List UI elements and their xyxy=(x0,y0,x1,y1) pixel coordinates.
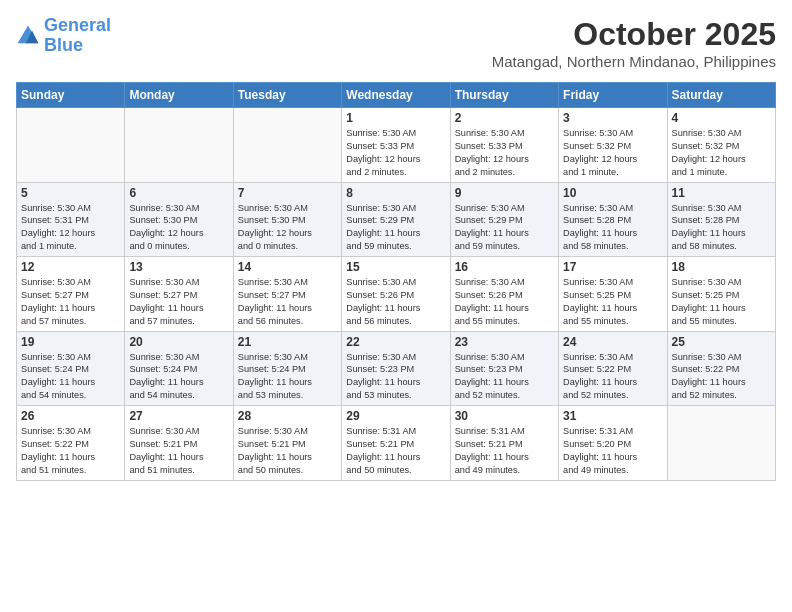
title-block: October 2025 Matangad, Northern Mindanao… xyxy=(492,16,776,70)
day-number: 16 xyxy=(455,260,554,274)
logo-text: General Blue xyxy=(44,16,111,56)
day-number: 6 xyxy=(129,186,228,200)
month-title: October 2025 xyxy=(492,16,776,53)
calendar-cell: 24Sunrise: 5:30 AM Sunset: 5:22 PM Dayli… xyxy=(559,331,667,406)
calendar-cell: 4Sunrise: 5:30 AM Sunset: 5:32 PM Daylig… xyxy=(667,108,775,183)
calendar-cell: 5Sunrise: 5:30 AM Sunset: 5:31 PM Daylig… xyxy=(17,182,125,257)
day-number: 5 xyxy=(21,186,120,200)
calendar-cell: 23Sunrise: 5:30 AM Sunset: 5:23 PM Dayli… xyxy=(450,331,558,406)
day-number: 1 xyxy=(346,111,445,125)
calendar-cell: 21Sunrise: 5:30 AM Sunset: 5:24 PM Dayli… xyxy=(233,331,341,406)
calendar-cell: 27Sunrise: 5:30 AM Sunset: 5:21 PM Dayli… xyxy=(125,406,233,481)
calendar-cell: 9Sunrise: 5:30 AM Sunset: 5:29 PM Daylig… xyxy=(450,182,558,257)
day-number: 19 xyxy=(21,335,120,349)
day-info: Sunrise: 5:30 AM Sunset: 5:22 PM Dayligh… xyxy=(672,351,771,403)
day-number: 21 xyxy=(238,335,337,349)
calendar-cell: 12Sunrise: 5:30 AM Sunset: 5:27 PM Dayli… xyxy=(17,257,125,332)
calendar-cell: 16Sunrise: 5:30 AM Sunset: 5:26 PM Dayli… xyxy=(450,257,558,332)
day-number: 10 xyxy=(563,186,662,200)
calendar-cell xyxy=(17,108,125,183)
day-info: Sunrise: 5:30 AM Sunset: 5:30 PM Dayligh… xyxy=(129,202,228,254)
day-info: Sunrise: 5:30 AM Sunset: 5:28 PM Dayligh… xyxy=(672,202,771,254)
day-info: Sunrise: 5:30 AM Sunset: 5:32 PM Dayligh… xyxy=(563,127,662,179)
day-number: 30 xyxy=(455,409,554,423)
calendar-cell: 8Sunrise: 5:30 AM Sunset: 5:29 PM Daylig… xyxy=(342,182,450,257)
calendar-cell: 26Sunrise: 5:30 AM Sunset: 5:22 PM Dayli… xyxy=(17,406,125,481)
calendar-cell: 13Sunrise: 5:30 AM Sunset: 5:27 PM Dayli… xyxy=(125,257,233,332)
day-number: 4 xyxy=(672,111,771,125)
calendar-cell: 3Sunrise: 5:30 AM Sunset: 5:32 PM Daylig… xyxy=(559,108,667,183)
day-info: Sunrise: 5:30 AM Sunset: 5:24 PM Dayligh… xyxy=(238,351,337,403)
calendar-cell: 6Sunrise: 5:30 AM Sunset: 5:30 PM Daylig… xyxy=(125,182,233,257)
calendar-cell: 20Sunrise: 5:30 AM Sunset: 5:24 PM Dayli… xyxy=(125,331,233,406)
calendar-header-monday: Monday xyxy=(125,83,233,108)
day-info: Sunrise: 5:30 AM Sunset: 5:23 PM Dayligh… xyxy=(455,351,554,403)
day-info: Sunrise: 5:30 AM Sunset: 5:25 PM Dayligh… xyxy=(563,276,662,328)
calendar-cell xyxy=(125,108,233,183)
day-info: Sunrise: 5:30 AM Sunset: 5:27 PM Dayligh… xyxy=(238,276,337,328)
calendar-cell: 7Sunrise: 5:30 AM Sunset: 5:30 PM Daylig… xyxy=(233,182,341,257)
day-number: 14 xyxy=(238,260,337,274)
day-info: Sunrise: 5:30 AM Sunset: 5:32 PM Dayligh… xyxy=(672,127,771,179)
day-info: Sunrise: 5:30 AM Sunset: 5:27 PM Dayligh… xyxy=(21,276,120,328)
day-info: Sunrise: 5:30 AM Sunset: 5:33 PM Dayligh… xyxy=(455,127,554,179)
day-number: 8 xyxy=(346,186,445,200)
day-info: Sunrise: 5:30 AM Sunset: 5:29 PM Dayligh… xyxy=(346,202,445,254)
calendar-cell: 25Sunrise: 5:30 AM Sunset: 5:22 PM Dayli… xyxy=(667,331,775,406)
day-number: 18 xyxy=(672,260,771,274)
day-number: 29 xyxy=(346,409,445,423)
calendar-cell: 19Sunrise: 5:30 AM Sunset: 5:24 PM Dayli… xyxy=(17,331,125,406)
day-number: 7 xyxy=(238,186,337,200)
day-number: 22 xyxy=(346,335,445,349)
day-info: Sunrise: 5:30 AM Sunset: 5:30 PM Dayligh… xyxy=(238,202,337,254)
day-number: 12 xyxy=(21,260,120,274)
day-number: 11 xyxy=(672,186,771,200)
day-info: Sunrise: 5:30 AM Sunset: 5:31 PM Dayligh… xyxy=(21,202,120,254)
calendar-cell: 17Sunrise: 5:30 AM Sunset: 5:25 PM Dayli… xyxy=(559,257,667,332)
day-info: Sunrise: 5:30 AM Sunset: 5:33 PM Dayligh… xyxy=(346,127,445,179)
calendar-cell: 31Sunrise: 5:31 AM Sunset: 5:20 PM Dayli… xyxy=(559,406,667,481)
day-info: Sunrise: 5:30 AM Sunset: 5:23 PM Dayligh… xyxy=(346,351,445,403)
day-info: Sunrise: 5:30 AM Sunset: 5:22 PM Dayligh… xyxy=(563,351,662,403)
day-number: 23 xyxy=(455,335,554,349)
calendar-cell: 18Sunrise: 5:30 AM Sunset: 5:25 PM Dayli… xyxy=(667,257,775,332)
day-number: 2 xyxy=(455,111,554,125)
calendar-cell: 1Sunrise: 5:30 AM Sunset: 5:33 PM Daylig… xyxy=(342,108,450,183)
day-number: 31 xyxy=(563,409,662,423)
day-info: Sunrise: 5:31 AM Sunset: 5:21 PM Dayligh… xyxy=(455,425,554,477)
calendar-table: SundayMondayTuesdayWednesdayThursdayFrid… xyxy=(16,82,776,481)
day-info: Sunrise: 5:30 AM Sunset: 5:27 PM Dayligh… xyxy=(129,276,228,328)
day-number: 28 xyxy=(238,409,337,423)
calendar-header-wednesday: Wednesday xyxy=(342,83,450,108)
logo-icon xyxy=(16,24,40,48)
calendar-cell: 29Sunrise: 5:31 AM Sunset: 5:21 PM Dayli… xyxy=(342,406,450,481)
calendar-header-sunday: Sunday xyxy=(17,83,125,108)
day-number: 17 xyxy=(563,260,662,274)
day-info: Sunrise: 5:30 AM Sunset: 5:22 PM Dayligh… xyxy=(21,425,120,477)
calendar-cell: 22Sunrise: 5:30 AM Sunset: 5:23 PM Dayli… xyxy=(342,331,450,406)
day-info: Sunrise: 5:30 AM Sunset: 5:29 PM Dayligh… xyxy=(455,202,554,254)
calendar-week-row: 26Sunrise: 5:30 AM Sunset: 5:22 PM Dayli… xyxy=(17,406,776,481)
day-info: Sunrise: 5:30 AM Sunset: 5:24 PM Dayligh… xyxy=(129,351,228,403)
calendar-header-row: SundayMondayTuesdayWednesdayThursdayFrid… xyxy=(17,83,776,108)
calendar-cell xyxy=(667,406,775,481)
day-info: Sunrise: 5:30 AM Sunset: 5:26 PM Dayligh… xyxy=(346,276,445,328)
calendar-cell: 15Sunrise: 5:30 AM Sunset: 5:26 PM Dayli… xyxy=(342,257,450,332)
day-number: 15 xyxy=(346,260,445,274)
day-number: 9 xyxy=(455,186,554,200)
calendar-header-tuesday: Tuesday xyxy=(233,83,341,108)
day-info: Sunrise: 5:30 AM Sunset: 5:26 PM Dayligh… xyxy=(455,276,554,328)
calendar-week-row: 1Sunrise: 5:30 AM Sunset: 5:33 PM Daylig… xyxy=(17,108,776,183)
page-header: General Blue October 2025 Matangad, Nort… xyxy=(16,16,776,70)
calendar-header-friday: Friday xyxy=(559,83,667,108)
calendar-cell: 28Sunrise: 5:30 AM Sunset: 5:21 PM Dayli… xyxy=(233,406,341,481)
day-number: 25 xyxy=(672,335,771,349)
calendar-cell xyxy=(233,108,341,183)
day-number: 13 xyxy=(129,260,228,274)
day-number: 24 xyxy=(563,335,662,349)
logo: General Blue xyxy=(16,16,111,56)
calendar-header-saturday: Saturday xyxy=(667,83,775,108)
calendar-cell: 14Sunrise: 5:30 AM Sunset: 5:27 PM Dayli… xyxy=(233,257,341,332)
day-info: Sunrise: 5:30 AM Sunset: 5:24 PM Dayligh… xyxy=(21,351,120,403)
day-info: Sunrise: 5:31 AM Sunset: 5:21 PM Dayligh… xyxy=(346,425,445,477)
